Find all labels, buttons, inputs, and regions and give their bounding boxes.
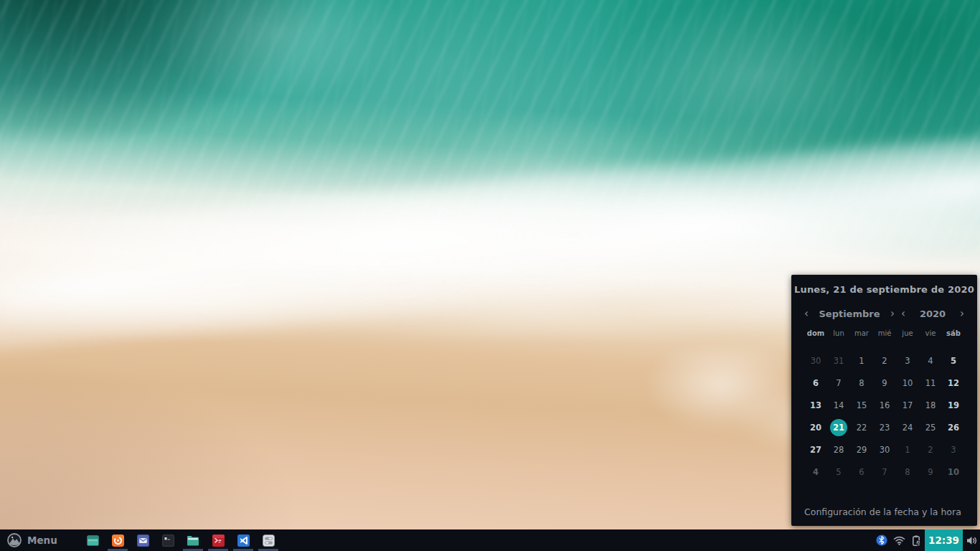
launcher-firefox[interactable] [105, 529, 131, 551]
weekday-mié: mié [873, 329, 896, 337]
bluetooth-icon[interactable] [873, 529, 890, 551]
calendar-day-1[interactable]: 1 [850, 349, 873, 372]
calendar-grid: 3031123456789101112131415161718192021222… [804, 349, 965, 483]
calendar-day-24[interactable]: 24 [896, 416, 919, 438]
calendar-day-30[interactable]: 30 [873, 438, 896, 461]
calendar-day-8[interactable]: 8 [896, 461, 919, 483]
weekday-sáb: sáb [942, 329, 965, 337]
calendar-day-23[interactable]: 23 [873, 416, 896, 438]
clock-applet[interactable]: 12:39 [925, 529, 963, 551]
calendar-day-7[interactable]: 7 [827, 372, 850, 394]
calendar-day-12[interactable]: 12 [942, 372, 965, 394]
next-month-button[interactable]: › [889, 308, 896, 319]
year-label[interactable]: 2020 [907, 309, 958, 319]
calendar-day-21-selected[interactable]: 21 [830, 419, 847, 436]
calendar-date-title: Lunes, 21 de septiembre de 2020 [791, 284, 977, 295]
calendar-day-22[interactable]: 22 [850, 416, 873, 438]
calendar-day-10[interactable]: 10 [942, 461, 965, 483]
launcher-list-app[interactable] [256, 529, 281, 551]
calendar-day-3[interactable]: 3 [896, 349, 919, 372]
calendar-day-9[interactable]: 9 [873, 372, 896, 394]
calendar-day-26[interactable]: 26 [942, 416, 965, 438]
calendar-day-13[interactable]: 13 [804, 394, 827, 416]
firefox-icon [112, 534, 124, 547]
files-folder-icon [187, 535, 199, 546]
weekday-vie: vie [919, 329, 942, 337]
calendar-day-4[interactable]: 4 [804, 461, 827, 483]
screen-icon [87, 535, 99, 546]
prev-year-button[interactable]: ‹ [900, 308, 907, 319]
calendar-day-31[interactable]: 31 [827, 349, 850, 372]
launcher-files[interactable] [181, 529, 206, 551]
weekday-mar: mar [850, 329, 873, 337]
mail-icon [137, 534, 149, 547]
datetime-settings-link[interactable]: Configuración de la fecha y la hora [804, 507, 961, 517]
launcher-terminal-dark[interactable] [156, 529, 181, 551]
terminal-dark-icon [162, 534, 174, 547]
calendar-day-2[interactable]: 2 [873, 349, 896, 372]
month-label[interactable]: Septiembre [810, 309, 889, 319]
calendar-day-27[interactable]: 27 [804, 438, 827, 461]
vscode-icon [237, 534, 250, 547]
year-nav: ‹ 2020 › [900, 308, 966, 319]
calendar-day-18[interactable]: 18 [919, 394, 942, 416]
calendar-day-7[interactable]: 7 [873, 461, 896, 483]
battery-charging-icon[interactable] [908, 529, 925, 551]
prev-month-button[interactable]: ‹ [803, 308, 810, 319]
calendar-day-14[interactable]: 14 [827, 394, 850, 416]
menu-button[interactable]: Menu [0, 529, 65, 551]
calendar-day-10[interactable]: 10 [896, 372, 919, 394]
calendar-day-28[interactable]: 28 [827, 438, 850, 461]
calendar-day-9[interactable]: 9 [919, 461, 942, 483]
calendar-popup: Lunes, 21 de septiembre de 2020 ‹ Septie… [791, 275, 977, 526]
weekday-jue: jue [896, 329, 919, 337]
calendar-day-1[interactable]: 1 [896, 438, 919, 461]
calendar-day-4[interactable]: 4 [919, 349, 942, 372]
next-year-button[interactable]: › [958, 308, 966, 319]
desktop: Lunes, 21 de septiembre de 2020 ‹ Septie… [0, 0, 980, 551]
system-tray: 12:39 [873, 529, 980, 551]
calendar-day-6[interactable]: 6 [804, 372, 827, 394]
launcher-terminal-red[interactable] [206, 529, 231, 551]
calendar-day-3[interactable]: 3 [942, 438, 965, 461]
wifi-icon[interactable] [890, 529, 908, 551]
calendar-day-15[interactable]: 15 [850, 394, 873, 416]
calendar-day-11[interactable]: 11 [919, 372, 942, 394]
launcher-mail[interactable] [131, 529, 156, 551]
calendar-day-19[interactable]: 19 [942, 394, 965, 416]
calendar-day-29[interactable]: 29 [850, 438, 873, 461]
weekday-lun: lun [827, 329, 850, 337]
calendar-nav: ‹ Septiembre › ‹ 2020 › [791, 308, 977, 319]
calendar-weekdays: domlunmarmiéjueviesáb [804, 329, 965, 337]
list-app-icon [263, 534, 275, 547]
distro-logo-icon [7, 533, 22, 547]
taskbar-panel: Menu [0, 529, 980, 551]
calendar-day-8[interactable]: 8 [850, 372, 873, 394]
month-nav: ‹ Septiembre › [803, 308, 896, 319]
calendar-day-6[interactable]: 6 [850, 461, 873, 483]
launcher-vscode[interactable] [231, 529, 256, 551]
calendar-day-30[interactable]: 30 [804, 349, 827, 372]
weekday-dom: dom [804, 329, 827, 337]
calendar-day-25[interactable]: 25 [919, 416, 942, 438]
calendar-day-2[interactable]: 2 [919, 438, 942, 461]
volume-icon[interactable] [963, 529, 980, 551]
calendar-day-20[interactable]: 20 [804, 416, 827, 438]
calendar-day-5[interactable]: 5 [827, 461, 850, 483]
calendar-day-5[interactable]: 5 [942, 349, 965, 372]
calendar-day-17[interactable]: 17 [896, 394, 919, 416]
menu-label: Menu [27, 534, 57, 546]
calendar-day-16[interactable]: 16 [873, 394, 896, 416]
terminal-red-icon [212, 534, 225, 547]
launcher-screen[interactable] [80, 529, 105, 551]
launcher-bar [80, 529, 281, 551]
